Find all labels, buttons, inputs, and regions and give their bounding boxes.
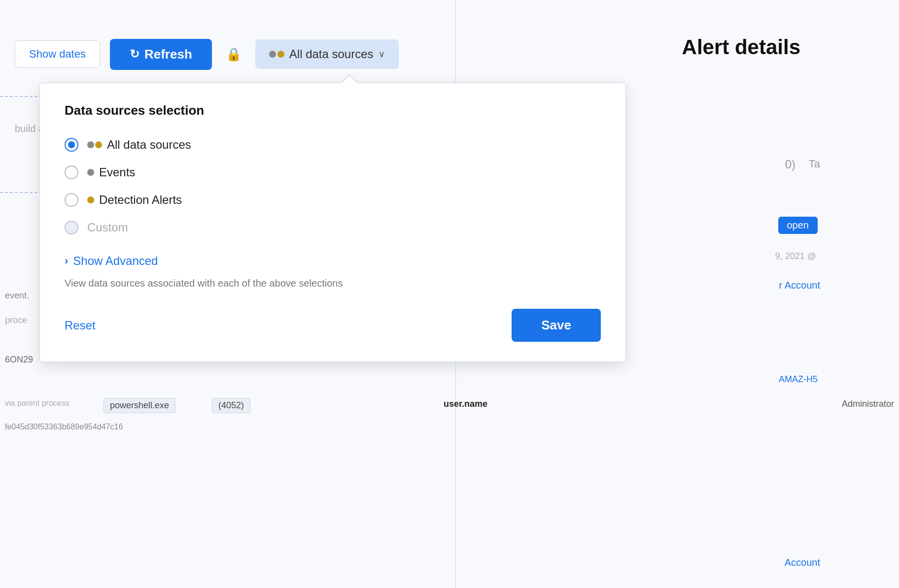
radio-circle-custom bbox=[65, 221, 78, 234]
refresh-icon: ↻ bbox=[130, 47, 139, 61]
dot-gold-detection bbox=[87, 196, 94, 203]
bg-powershell-text: powershell.exe bbox=[104, 398, 175, 413]
dot-gray-icon bbox=[269, 51, 276, 58]
detection-label: Detection Alerts bbox=[99, 193, 182, 207]
reset-button[interactable]: Reset bbox=[65, 319, 96, 332]
radio-item-detection[interactable]: Detection Alerts bbox=[65, 193, 601, 207]
bg-hash2-text: AMAZ-H5 bbox=[779, 374, 818, 385]
radio-label-custom: Custom bbox=[87, 221, 128, 234]
datasources-label: All data sources bbox=[289, 47, 374, 61]
radio-circle-events bbox=[65, 165, 78, 179]
refresh-button[interactable]: ↻ Refresh bbox=[110, 39, 212, 70]
save-button[interactable]: Save bbox=[512, 309, 601, 342]
bg-ta-text: Ta bbox=[809, 158, 820, 170]
radio-label-events: Events bbox=[87, 165, 135, 179]
show-advanced-row[interactable]: › Show Advanced bbox=[65, 254, 601, 268]
bg-hash1-text: 6ON29 bbox=[5, 355, 33, 365]
show-advanced-label: Show Advanced bbox=[73, 254, 158, 268]
account-link[interactable]: Account bbox=[785, 557, 820, 568]
events-label: Events bbox=[99, 165, 135, 179]
panel-title: Data sources selection bbox=[65, 103, 601, 118]
bg-hash3-text: fe045d30f53363b689e954d47c16 bbox=[5, 423, 123, 431]
custom-label: Custom bbox=[87, 221, 128, 234]
dot-gold-all bbox=[95, 141, 102, 148]
data-sources-panel: Data sources selection All data sources … bbox=[39, 83, 626, 362]
dot-gray-events bbox=[87, 169, 94, 176]
bg-username-label: user.name bbox=[444, 399, 487, 409]
dot-gold-icon bbox=[277, 51, 284, 58]
show-dates-button[interactable]: Show dates bbox=[15, 40, 100, 68]
lock-icon: 🔒 bbox=[226, 47, 242, 62]
radio-circle-all bbox=[65, 138, 78, 152]
radio-circle-detection bbox=[65, 193, 78, 207]
panel-footer: Reset Save bbox=[65, 309, 601, 342]
lock-button[interactable]: 🔒 bbox=[222, 43, 245, 66]
chevron-down-icon: ∨ bbox=[379, 49, 385, 60]
all-sources-label: All data sources bbox=[107, 138, 191, 152]
toolbar: Show dates ↻ Refresh 🔒 All data sources … bbox=[0, 30, 429, 79]
radio-item-events[interactable]: Events bbox=[65, 165, 601, 179]
bg-proc-text: proce bbox=[5, 315, 27, 326]
alert-details-title: Alert details bbox=[682, 35, 800, 59]
events-icon bbox=[87, 169, 94, 176]
helper-text: View data sources associated with each o… bbox=[65, 278, 601, 289]
chevron-right-icon: › bbox=[65, 255, 68, 267]
datasources-button[interactable]: All data sources ∨ bbox=[255, 39, 399, 69]
detection-icon bbox=[87, 196, 94, 203]
refresh-label: Refresh bbox=[144, 47, 192, 62]
bg-admin-text: Administrator bbox=[842, 399, 894, 409]
bg-event-text: event. bbox=[5, 291, 29, 301]
bg-date-text: 9, 2021 @ bbox=[775, 251, 816, 261]
radio-label-detection: Detection Alerts bbox=[87, 193, 182, 207]
radio-item-all[interactable]: All data sources bbox=[65, 138, 601, 152]
dot-gray-all bbox=[87, 141, 94, 148]
bg-account-text: r Account bbox=[779, 280, 820, 291]
bg-via-text: via parent process bbox=[5, 399, 69, 408]
open-badge: open bbox=[778, 217, 818, 234]
bg-paren-text: 0) bbox=[785, 158, 795, 171]
all-sources-icon bbox=[87, 141, 102, 148]
radio-item-custom: Custom bbox=[65, 221, 601, 234]
datasources-icon bbox=[269, 51, 284, 58]
bg-pid-text: (4052) bbox=[212, 398, 250, 413]
radio-label-all: All data sources bbox=[87, 138, 191, 152]
radio-group: All data sources Events Detection Alerts bbox=[65, 138, 601, 234]
